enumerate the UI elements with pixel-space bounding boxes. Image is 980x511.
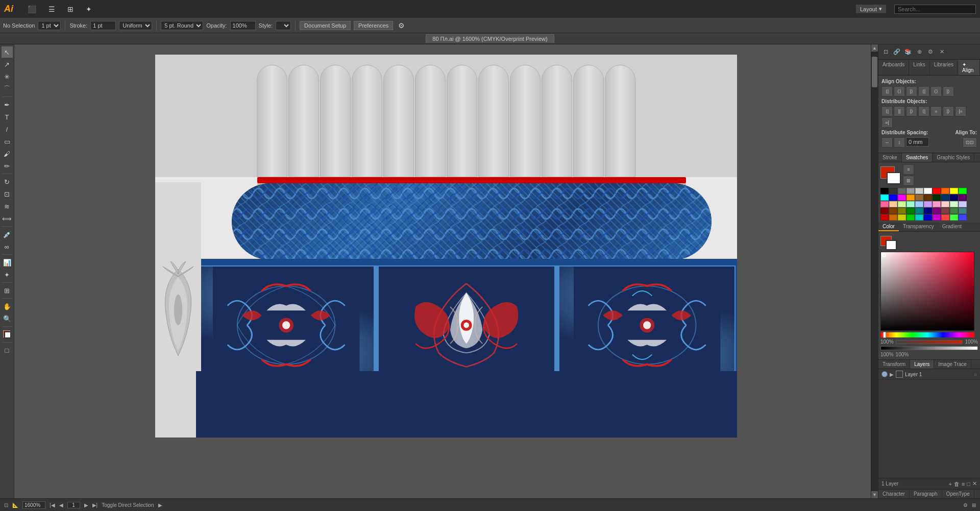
color-hue-bar[interactable] <box>880 332 974 337</box>
tab-swatches[interactable]: Swatches <box>902 153 933 162</box>
type-tool[interactable]: T <box>2 111 13 123</box>
swatch-orange[interactable] <box>941 188 949 194</box>
swatch-magenta[interactable] <box>898 194 906 201</box>
swatch-burnt-orange[interactable] <box>889 214 897 221</box>
tab-layers[interactable]: Layers <box>910 360 934 369</box>
tab-transparency[interactable]: Transparency <box>899 223 938 231</box>
stroke-type-select[interactable]: Uniform <box>119 21 152 30</box>
preferences-button[interactable]: Preferences <box>354 21 393 30</box>
vertical-scrollbar[interactable]: ▲ ▼ <box>871 44 878 498</box>
swatch-amber[interactable] <box>906 194 915 201</box>
rp-lib-icon[interactable]: 📚 <box>903 47 913 57</box>
rp-close-icon[interactable]: ✕ <box>937 47 947 57</box>
swatch-gold[interactable] <box>898 214 906 221</box>
paintbrush-tool[interactable]: 🖌 <box>2 148 13 159</box>
swatch-lavender[interactable] <box>924 201 932 207</box>
swatch-grid-view-btn[interactable]: ⊞ <box>903 176 914 186</box>
tab-paragraph[interactable]: Paragraph <box>910 490 942 498</box>
zoom-tool[interactable]: 🔍 <box>2 313 13 324</box>
eyedropper-tool[interactable]: 💉 <box>2 229 13 240</box>
dist-right-btn[interactable]: |⟩ <box>906 106 917 116</box>
tab-graphic-styles[interactable]: Graphic Styles <box>933 153 974 162</box>
layer-visibility-1[interactable] <box>881 371 888 377</box>
artboard-tool[interactable]: ⊞ <box>2 285 13 296</box>
pen-tool[interactable]: ✒ <box>2 99 13 110</box>
menu-icon-4[interactable]: ✦ <box>84 4 94 14</box>
stroke-weight-select[interactable]: 1 pt <box>38 21 61 30</box>
status-ruler-btn[interactable]: 📐 <box>12 502 18 508</box>
zoom-input[interactable]: 1600% <box>22 501 45 509</box>
first-page-btn[interactable]: |◀ <box>50 502 55 508</box>
rp-settings-icon[interactable]: ⚙ <box>925 47 936 57</box>
swatch-medium-purple[interactable] <box>933 214 941 221</box>
status-icon-btn[interactable]: ⊡ <box>4 502 8 508</box>
swatch-peach[interactable] <box>889 201 897 207</box>
tab-gradient[interactable]: Gradient <box>938 223 966 231</box>
direct-selection-tool[interactable]: ↗ <box>2 59 13 70</box>
swatch-light-blue[interactable] <box>959 201 967 207</box>
swatch-forest[interactable] <box>906 208 915 214</box>
align-left-btn[interactable]: ⟨| <box>881 86 893 96</box>
swatch-steel-teal[interactable] <box>959 208 967 214</box>
swatch-olive[interactable] <box>898 208 906 214</box>
align-top-btn[interactable]: ⟨| <box>918 86 929 96</box>
swatch-light-pink[interactable] <box>941 201 949 207</box>
swatch-coral[interactable] <box>941 214 949 221</box>
swatch-sky[interactable] <box>915 201 923 207</box>
swatch-purple[interactable] <box>959 194 967 201</box>
dist-bottom-btn[interactable]: |⟩ <box>943 106 954 116</box>
style-select[interactable] <box>276 21 291 30</box>
tab-color[interactable]: Color <box>878 223 899 231</box>
scroll-thumb[interactable] <box>872 57 877 87</box>
layers-new-btn[interactable]: □ <box>967 481 970 487</box>
doc-setup-button[interactable]: Document Setup <box>300 21 351 30</box>
scroll-up-arrow[interactable]: ▲ <box>871 44 878 52</box>
symbol-sprayer-tool[interactable]: ✦ <box>2 269 13 280</box>
tab-transform[interactable]: Transform <box>878 360 910 369</box>
tab-align[interactable]: ✦ Align <box>958 60 980 75</box>
swatch-brown[interactable] <box>915 194 923 201</box>
color-gradient-picker[interactable] <box>880 252 974 331</box>
scale-tool[interactable]: ⊡ <box>2 188 13 200</box>
rp-artboard-icon[interactable]: ⊡ <box>880 47 891 57</box>
swatch-green[interactable] <box>959 188 967 194</box>
color-stroke-preview[interactable] <box>886 240 897 250</box>
layout-button[interactable]: Layout ▾ <box>856 5 886 13</box>
dist-extra-1[interactable]: |= <box>955 106 966 116</box>
swatch-bright-green[interactable] <box>950 214 958 221</box>
swatch-navy[interactable] <box>941 194 949 201</box>
tab-libraries[interactable]: Libraries <box>930 60 958 75</box>
search-input[interactable] <box>894 5 976 14</box>
delete-layer-btn[interactable]: 🗑 <box>954 481 960 487</box>
align-center-h-btn[interactable]: ⟨⟩ <box>894 86 905 96</box>
swatch-rose[interactable] <box>933 201 941 207</box>
swatch-dark-orange[interactable] <box>889 208 897 214</box>
stroke-value-input[interactable] <box>90 21 116 30</box>
warp-tool[interactable]: ≋ <box>2 201 13 212</box>
status-settings-btn[interactable]: ⚙ <box>963 502 968 508</box>
swatch-medium-teal[interactable] <box>915 214 923 221</box>
swatch-indian-red[interactable] <box>941 208 949 214</box>
align-to-artboard-btn[interactable]: ⊡⊡ <box>963 137 977 148</box>
swatch-light-gray[interactable] <box>906 188 915 194</box>
opacity-input[interactable] <box>230 21 256 30</box>
make-sublayer-btn[interactable]: + <box>948 481 951 487</box>
swatch-black[interactable] <box>880 188 889 194</box>
swatch-dark-purple[interactable] <box>933 208 941 214</box>
swatch-lime[interactable] <box>898 201 906 207</box>
width-tool[interactable]: ⟺ <box>2 213 13 224</box>
swatch-teal[interactable] <box>915 208 923 214</box>
column-graph-tool[interactable]: 📊 <box>2 257 13 268</box>
pencil-tool[interactable]: ✏ <box>2 160 13 172</box>
swatch-dark-gray[interactable] <box>889 188 897 194</box>
magic-wand-tool[interactable]: ✳ <box>2 71 13 82</box>
align-bottom-btn[interactable]: |⟩ <box>943 86 954 96</box>
stroke-style-select[interactable]: 5 pt. Round <box>161 21 203 30</box>
dist-extra-2[interactable]: =| <box>881 117 893 128</box>
menu-icon-1[interactable]: ⬛ <box>26 4 38 14</box>
stroke-box[interactable] <box>887 172 901 184</box>
layers-menu-btn[interactable]: ≡ <box>962 481 965 487</box>
swatch-blue[interactable] <box>889 194 897 201</box>
swatch-bright-blue[interactable] <box>959 214 967 221</box>
menu-icon-2[interactable]: ☰ <box>46 4 57 14</box>
